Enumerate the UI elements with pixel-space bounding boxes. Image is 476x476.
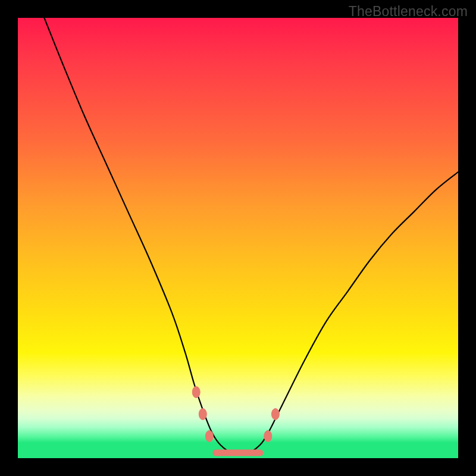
curve-marker (271, 409, 279, 420)
curve-marker (199, 409, 206, 420)
curve-markers (192, 387, 279, 442)
curve-marker (205, 431, 213, 442)
watermark-text: TheBottleneck.com (349, 4, 468, 20)
chart-frame: TheBottleneck.com (0, 0, 476, 476)
bottleneck-curve (44, 18, 458, 455)
curve-marker (264, 431, 272, 442)
curve-marker (192, 387, 200, 398)
plot-area (18, 18, 458, 458)
curve-svg (18, 18, 458, 458)
